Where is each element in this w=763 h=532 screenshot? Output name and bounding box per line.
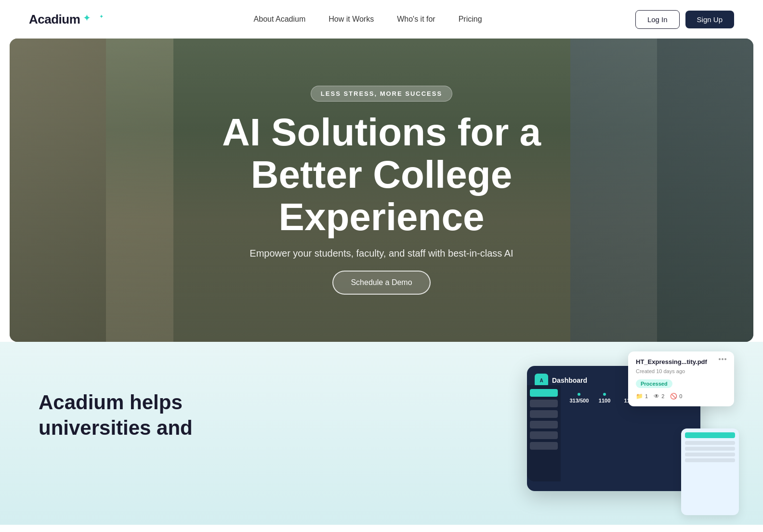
file-card: HT_Expressing...tity.pdf Created 10 days…: [628, 351, 734, 406]
hero-title: AI Solutions for a Better College Experi…: [184, 111, 579, 238]
logo[interactable]: Acadium: [29, 12, 100, 27]
file-menu-button[interactable]: [719, 358, 726, 360]
nav-item-pricing[interactable]: Pricing: [459, 15, 482, 24]
nav-item-about[interactable]: About Acadium: [254, 15, 306, 24]
sidebar-item-2: [530, 400, 558, 407]
ui-preview-row-4: [685, 458, 735, 462]
ui-preview-row-2: [685, 447, 735, 451]
metric-dot-2: [603, 393, 606, 396]
below-hero-title: Acadium helps universities and: [39, 390, 289, 441]
file-status-badge: Processed: [636, 379, 672, 388]
metric-value-2: 1100: [599, 398, 610, 403]
ui-preview-header: [685, 432, 735, 438]
hero-subtitle: Empower your students, faculty, and staf…: [250, 248, 513, 259]
below-hero-section: Acadium helps universities and A Dashboa…: [0, 342, 763, 525]
dashboard-preview: A Dashboard 313/500 1100: [503, 351, 734, 515]
signup-button[interactable]: Sign Up: [685, 11, 734, 28]
hero-section: LESS STRESS, MORE SUCCESS AI Solutions f…: [10, 39, 753, 342]
stat-value-1: 1: [645, 393, 648, 399]
navbar: Acadium About Acadium How it Works Who's…: [0, 0, 763, 39]
file-date: Created 10 days ago: [636, 368, 726, 374]
nav-link-about[interactable]: About Acadium: [254, 15, 306, 23]
stat-value-2: 2: [661, 393, 664, 399]
block-icon: 🚫: [670, 393, 677, 400]
file-stat-1: 📁 1: [636, 393, 648, 400]
file-stat-2: 👁 2: [654, 393, 664, 400]
ui-preview-row-3: [685, 453, 735, 456]
sidebar-item-4: [530, 421, 558, 428]
ui-preview-row-1: [685, 441, 735, 445]
sidebar-item-6: [530, 442, 558, 450]
dashboard-title: Dashboard: [552, 376, 587, 384]
dot-2: [722, 358, 724, 360]
file-stat-3: 🚫 0: [670, 393, 682, 400]
nav-item-whos-it-for[interactable]: Who's it for: [397, 15, 435, 24]
file-name: HT_Expressing...tity.pdf: [636, 358, 707, 365]
eye-icon: 👁: [654, 393, 659, 400]
schedule-demo-button[interactable]: Schedule a Demo: [332, 271, 430, 295]
file-card-header: HT_Expressing...tity.pdf: [636, 358, 726, 365]
folder-icon: 📁: [636, 393, 643, 400]
logo-sparkle-small-icon: [95, 13, 100, 18]
nav-actions: Log In Sign Up: [635, 10, 734, 29]
dot-1: [719, 358, 721, 360]
dot-3: [724, 358, 726, 360]
metric-2: 1100: [594, 393, 616, 403]
logo-sparkle-icon: [83, 14, 93, 25]
below-hero-text: Acadium helps universities and: [39, 371, 289, 441]
login-button[interactable]: Log In: [635, 10, 680, 29]
hero-badge: LESS STRESS, MORE SUCCESS: [311, 86, 452, 102]
dashboard-sidebar: [527, 385, 561, 481]
metric-dot-1: [578, 393, 580, 396]
nav-link-whos-it-for[interactable]: Who's it for: [397, 15, 435, 23]
sidebar-item-3: [530, 410, 558, 418]
nav-links: About Acadium How it Works Who's it for …: [254, 15, 482, 24]
file-stats: 📁 1 👁 2 🚫 0: [636, 393, 726, 400]
metric-value-1: 313/500: [569, 398, 589, 403]
nav-link-pricing[interactable]: Pricing: [459, 15, 482, 23]
stat-value-3: 0: [679, 393, 682, 399]
sidebar-item-1: [530, 389, 558, 397]
sidebar-item-5: [530, 431, 558, 439]
nav-link-how-it-works[interactable]: How it Works: [329, 15, 374, 23]
metric-1: 313/500: [568, 393, 590, 403]
ui-preview-card: [681, 428, 739, 515]
hero-content: LESS STRESS, MORE SUCCESS AI Solutions f…: [10, 39, 753, 342]
nav-item-how-it-works[interactable]: How it Works: [329, 15, 374, 24]
logo-text: Acadium: [29, 12, 80, 27]
